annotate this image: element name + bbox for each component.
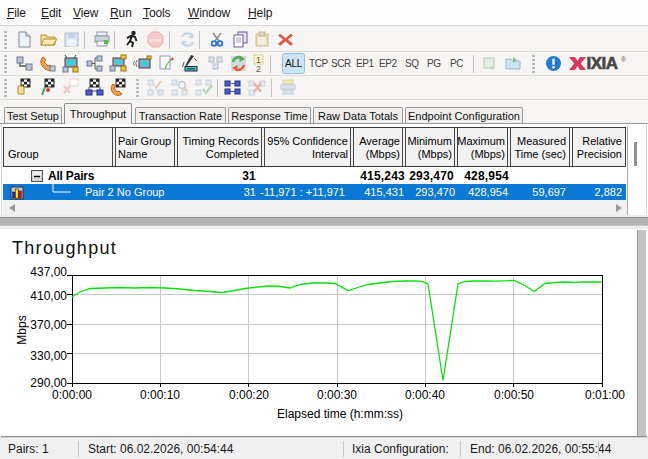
svg-text:IXIA: IXIA xyxy=(587,54,618,73)
svg-text:®: ® xyxy=(621,56,626,63)
svg-text:1: 1 xyxy=(256,55,261,65)
svg-text:STOP: STOP xyxy=(150,38,162,43)
svg-text:2: 2 xyxy=(256,64,261,74)
